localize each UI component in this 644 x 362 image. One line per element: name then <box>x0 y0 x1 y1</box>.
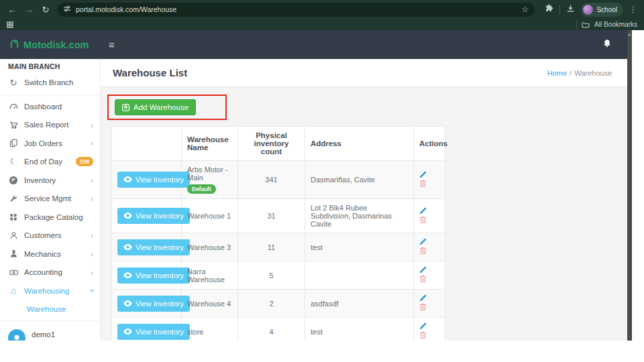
dashboard-icon <box>9 102 18 111</box>
view-inventory-label: View Inventory <box>136 176 184 184</box>
view-inventory-button[interactable]: View Inventory <box>117 239 190 255</box>
sidebar-item-dashboard[interactable]: Dashboard <box>0 97 100 116</box>
reload-icon[interactable]: ↻ <box>40 5 51 15</box>
sidebar-item-package-catalog[interactable]: Package Catalog <box>0 208 100 227</box>
sidebar-item-job-orders[interactable]: Job Orders› <box>0 134 100 153</box>
inventory-count: 2 <box>238 290 305 318</box>
sidebar-item-customers[interactable]: Customers› <box>0 227 100 245</box>
sidebar-item-warehouse[interactable]: Warehouse <box>0 300 100 319</box>
breadcrumb-current: Warehouse <box>574 69 612 77</box>
all-bookmarks-button[interactable]: All Bookmarks <box>594 21 637 28</box>
motodisk-logo-icon <box>9 38 20 52</box>
warehouse-name: Warehouse 1 <box>187 212 232 220</box>
screen: ← → ↻ portal.motodisk.com/Warehouse ☆ Sc… <box>0 0 644 362</box>
view-inventory-label: View Inventory <box>136 272 184 280</box>
table-row: View InventoryArbs Motor - MainDefault34… <box>112 161 445 199</box>
add-warehouse-button[interactable]: + Add Warehouse <box>115 99 196 115</box>
view-inventory-button[interactable]: View Inventory <box>117 208 190 224</box>
profile-avatar <box>583 5 593 15</box>
view-inventory-button[interactable]: View Inventory <box>117 172 190 188</box>
branch-label: MAIN BRANCH <box>0 59 100 72</box>
table-row: View InventoryWarehouse 42asdfasdf <box>112 290 445 318</box>
delete-trash-icon[interactable] <box>419 275 427 283</box>
sidebar-item-sales-report[interactable]: Sales Report› <box>0 116 100 135</box>
edit-pencil-icon[interactable] <box>419 266 427 274</box>
warehouse-table-body: View InventoryArbs Motor - MainDefault34… <box>112 161 445 341</box>
warehouse-name: store <box>187 328 232 336</box>
view-inventory-button[interactable]: View Inventory <box>117 296 190 312</box>
view-inventory-label: View Inventory <box>136 243 184 251</box>
browser-menu-icon[interactable]: ⋮ <box>629 5 637 14</box>
inventory-count: 4 <box>238 318 305 341</box>
delete-trash-icon[interactable] <box>419 216 427 224</box>
chevron-right-icon: › <box>91 231 93 240</box>
sidebar-item-mechanics[interactable]: Mechanics› <box>0 245 100 263</box>
edit-pencil-icon[interactable] <box>419 171 427 178</box>
edit-pencil-icon[interactable] <box>419 322 427 330</box>
user-panel[interactable]: demo1 Owner <box>0 323 100 341</box>
breadcrumb: Home/Warehouse <box>547 69 620 77</box>
warehouse-address: test <box>305 318 414 341</box>
divider <box>0 95 100 95</box>
sidebar-item-label: Service Mgmt <box>24 194 71 202</box>
back-icon[interactable]: ← <box>7 5 17 15</box>
scrollbar-up-arrow[interactable]: ▲ <box>627 30 632 36</box>
content-header: Warehouse List Home/Warehouse <box>101 59 632 87</box>
sidebar-item-end-of-day[interactable]: ☾End of Day108 <box>0 153 100 172</box>
sidebar-item-accounting[interactable]: Accounting› <box>0 263 100 282</box>
sidebar-item-label: Customers <box>24 231 62 239</box>
address-bar[interactable]: portal.motodisk.com/Warehouse ☆ <box>57 3 535 17</box>
breadcrumb-home-link[interactable]: Home <box>547 69 567 77</box>
warehouse-table: Warehouse Name Physical inventory count … <box>111 126 445 341</box>
extensions-icon[interactable] <box>545 3 553 15</box>
divider <box>559 5 560 14</box>
delete-trash-icon[interactable] <box>419 331 427 339</box>
view-inventory-button[interactable]: View Inventory <box>117 267 190 284</box>
view-inventory-button[interactable]: View Inventory <box>117 324 190 340</box>
page-title: Warehouse List <box>113 67 187 78</box>
chevron-right-icon: › <box>91 194 93 203</box>
sidebar-menu: ↻Switch BranchDashboardSales Report›Job … <box>0 72 100 321</box>
menu-toggle-icon[interactable]: ≡ <box>109 39 115 50</box>
package-icon <box>9 213 18 221</box>
forward-icon[interactable]: → <box>23 5 34 15</box>
warehouse-address: test <box>305 233 414 261</box>
sidebar-item-label: Job Orders <box>24 139 62 147</box>
plus-icon: + <box>122 104 129 111</box>
eye-icon <box>123 212 132 220</box>
bookmark-star-icon[interactable]: ☆ <box>521 5 529 14</box>
mechanic-icon <box>9 249 18 258</box>
warehouse-name: Warehouse 3 <box>187 243 232 251</box>
page-scrollbar[interactable]: ▲ <box>627 30 632 341</box>
sidebar-item-inventory[interactable]: PInventory› <box>0 171 100 190</box>
person-icon <box>9 231 18 240</box>
notifications-bell-icon[interactable] <box>602 39 612 51</box>
column-header-actions: Actions <box>414 127 445 161</box>
tune-icon[interactable] <box>63 3 71 15</box>
browser-toolbar: ← → ↻ portal.motodisk.com/Warehouse ☆ Sc… <box>0 0 644 19</box>
chevron-right-icon: › <box>91 249 93 258</box>
edit-pencil-icon[interactable] <box>419 294 427 302</box>
divider <box>0 320 100 321</box>
browser-profile-chip[interactable]: School <box>581 3 623 17</box>
sidebar-item-switch-branch[interactable]: ↻Switch Branch <box>0 72 100 93</box>
apps-grid-icon[interactable] <box>7 19 13 31</box>
sidebar-item-service-mgmt[interactable]: Service Mgmt› <box>0 190 100 208</box>
url-text[interactable]: portal.motodisk.com/Warehouse <box>76 5 517 13</box>
warehouse-name: Narra Warehouse <box>187 267 232 284</box>
delete-trash-icon[interactable] <box>419 303 427 311</box>
sidebar-item-label: Warehouse <box>27 305 66 313</box>
app-logo[interactable]: Motodisk.com <box>0 38 101 52</box>
profile-name: School <box>596 6 617 13</box>
inventory-count: 5 <box>238 261 305 290</box>
download-icon[interactable] <box>566 3 575 15</box>
sidebar-item-warehousing[interactable]: ⌂Warehousing› <box>0 282 100 300</box>
eye-icon <box>123 176 132 184</box>
edit-pencil-icon[interactable] <box>419 238 427 245</box>
delete-trash-icon[interactable] <box>419 247 427 255</box>
delete-trash-icon[interactable] <box>419 180 427 188</box>
divider <box>576 20 577 29</box>
warehouse-address: asdfasdf <box>305 290 414 318</box>
chevron-right-icon: › <box>91 121 93 129</box>
edit-pencil-icon[interactable] <box>419 207 427 215</box>
